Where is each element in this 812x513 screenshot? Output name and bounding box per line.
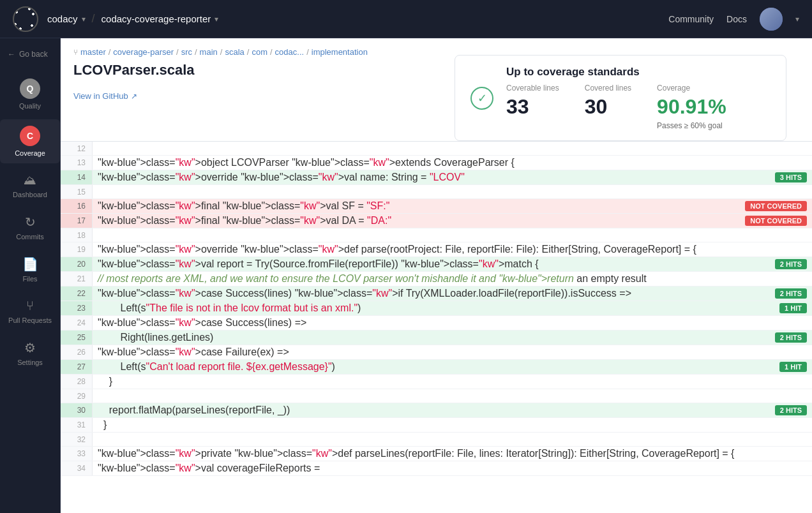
hits-badge: 1 HIT: [779, 362, 807, 372]
code-row: 22 "kw-blue">class="kw">case Success(lin…: [61, 286, 812, 301]
sidebar-item-dashboard[interactable]: ⛰ Dashboard: [0, 167, 60, 205]
hits-badge: 2 HITS: [775, 259, 807, 269]
covered-lines-value: 30: [585, 95, 631, 119]
line-number: 19: [61, 242, 93, 256]
code-row: 32: [61, 433, 812, 447]
nav-separator: /: [92, 12, 95, 26]
line-number: 29: [61, 389, 93, 403]
code-row: 28 }: [61, 375, 812, 389]
code-content: // most reports are XML, and we want to …: [93, 272, 812, 286]
code-content: "kw-blue">class="kw">override "kw-blue">…: [93, 242, 812, 256]
back-label: Go back: [19, 50, 48, 59]
sidebar-label-files: Files: [22, 275, 37, 283]
repo-name: codacy-coverage-reporter: [102, 13, 211, 24]
breadcrumb-coverage-parser[interactable]: coverage-parser: [113, 47, 174, 57]
docs-link[interactable]: Docs: [726, 14, 747, 24]
sidebar-item-coverage[interactable]: C Coverage: [0, 119, 60, 163]
code-content: [93, 185, 812, 198]
breadcrumb-implementation[interactable]: implementation: [312, 47, 368, 57]
quality-icon: Q: [20, 78, 40, 99]
breadcrumb-codac[interactable]: codac...: [275, 47, 304, 57]
dashboard-icon: ⛰: [24, 173, 36, 188]
code-content: [93, 389, 812, 403]
coverage-percentage-stat: Coverage 90.91% Passes ≥ 60% goal: [657, 84, 726, 130]
coverage-info: Up to coverage standards Coverable lines…: [506, 66, 726, 130]
hits-badge: 2 HITS: [775, 288, 807, 299]
logo-icon: [13, 6, 38, 32]
breadcrumb-com[interactable]: com: [252, 47, 267, 57]
code-scroll-area[interactable]: 1213"kw-blue">class="kw">object LCOVPars…: [61, 142, 812, 513]
line-number: 28: [61, 375, 93, 389]
brand-link[interactable]: codacy ▾: [47, 13, 86, 24]
code-content: [93, 142, 812, 155]
line-number: 21: [61, 272, 93, 286]
community-link[interactable]: Community: [668, 14, 714, 24]
sidebar-item-files[interactable]: 📄 Files: [0, 250, 60, 289]
line-number: 14: [61, 170, 93, 184]
coverage-suffix: %: [708, 95, 726, 118]
code-content: "kw-blue">class="kw">case Success(lines)…: [93, 316, 812, 330]
code-row: 17 "kw-blue">class="kw">final "kw-blue">…: [61, 214, 812, 228]
brand-chevron-icon: ▾: [82, 15, 86, 24]
line-number: 25: [61, 331, 93, 345]
pull-requests-icon: ⑂: [26, 299, 34, 313]
repo-chevron-icon: ▾: [214, 15, 218, 24]
code-content: "kw-blue">class="kw">private "kw-blue">c…: [93, 447, 812, 461]
header-area: ⑂ master / coverage-parser / src / main …: [61, 38, 812, 142]
sidebar-label-coverage: Coverage: [15, 149, 45, 157]
file-title: LCOVParser.scala: [73, 62, 455, 78]
line-number: 31: [61, 418, 93, 432]
code-content: "kw-blue">class="kw">case Failure(ex) =>: [93, 345, 812, 359]
repo-link[interactable]: codacy-coverage-reporter ▾: [102, 13, 219, 24]
back-button[interactable]: ← Go back: [0, 45, 60, 64]
code-content: }: [93, 375, 812, 389]
coverable-lines-label: Coverable lines: [506, 84, 559, 93]
avatar[interactable]: [760, 8, 783, 31]
breadcrumb-scala[interactable]: scala: [225, 47, 244, 57]
coverable-lines-stat: Coverable lines 33: [506, 84, 559, 119]
line-number: 18: [61, 228, 93, 242]
brand-name: codacy: [47, 13, 78, 24]
code-row: 27 Left(s"Can't load report file. ${ex.g…: [61, 360, 812, 375]
code-content: [93, 228, 812, 242]
code-row: 31 }: [61, 418, 812, 433]
code-content: "kw-blue">class="kw">object LCOVParser "…: [93, 156, 812, 170]
nav-right: Community Docs ▾: [668, 8, 799, 31]
line-number: 26: [61, 345, 93, 359]
sidebar-label-pull-requests: Pull Requests: [8, 316, 52, 324]
sidebar-item-quality[interactable]: Q Quality: [0, 72, 60, 116]
coverable-lines-value: 33: [506, 95, 559, 119]
line-number: 20: [61, 257, 93, 271]
line-number: 17: [61, 214, 93, 228]
breadcrumb-master[interactable]: master: [80, 47, 106, 57]
code-container: 1213"kw-blue">class="kw">object LCOVPars…: [61, 142, 812, 476]
hits-badge: 2 HITS: [775, 332, 807, 343]
code-content: Left(s"The file is not in the lcov forma…: [93, 301, 779, 315]
hits-badge: 1 HIT: [779, 303, 807, 313]
coverage-number: 90.91: [657, 95, 708, 118]
line-number: 27: [61, 360, 93, 374]
sidebar-label-commits: Commits: [16, 233, 43, 241]
github-link[interactable]: View in GitHub ↗: [73, 85, 455, 107]
code-content: report.flatMap(parseLines(reportFile, _)…: [93, 403, 775, 417]
sidebar-item-commits[interactable]: ↻ Commits: [0, 208, 60, 247]
header-top: ⑂ master / coverage-parser / src / main …: [61, 38, 812, 141]
breadcrumb-main[interactable]: main: [200, 47, 218, 57]
line-number: 22: [61, 286, 93, 301]
code-content: Left(s"Can't load report file. ${ex.getM…: [93, 360, 779, 374]
code-content: "kw-blue">class="kw">val coverageFileRep…: [93, 461, 812, 475]
account-chevron-icon[interactable]: ▾: [795, 15, 799, 24]
breadcrumb-src[interactable]: src: [181, 47, 192, 57]
code-row: 24 "kw-blue">class="kw">case Success(lin…: [61, 316, 812, 331]
back-icon: ←: [8, 50, 15, 59]
sidebar-label-quality: Quality: [19, 102, 41, 110]
line-number: 33: [61, 447, 93, 461]
coverage-label: Coverage: [657, 84, 726, 93]
sidebar-item-pull-requests[interactable]: ⑂ Pull Requests: [0, 292, 60, 331]
code-row: 21 // most reports are XML, and we want …: [61, 272, 812, 286]
sidebar-item-settings[interactable]: ⚙ Settings: [0, 334, 60, 373]
code-content: }: [93, 418, 812, 432]
coverage-passes-label: Passes ≥ 60% goal: [657, 121, 726, 130]
line-number: 16: [61, 199, 93, 213]
coverage-title: Up to coverage standards: [506, 66, 726, 78]
